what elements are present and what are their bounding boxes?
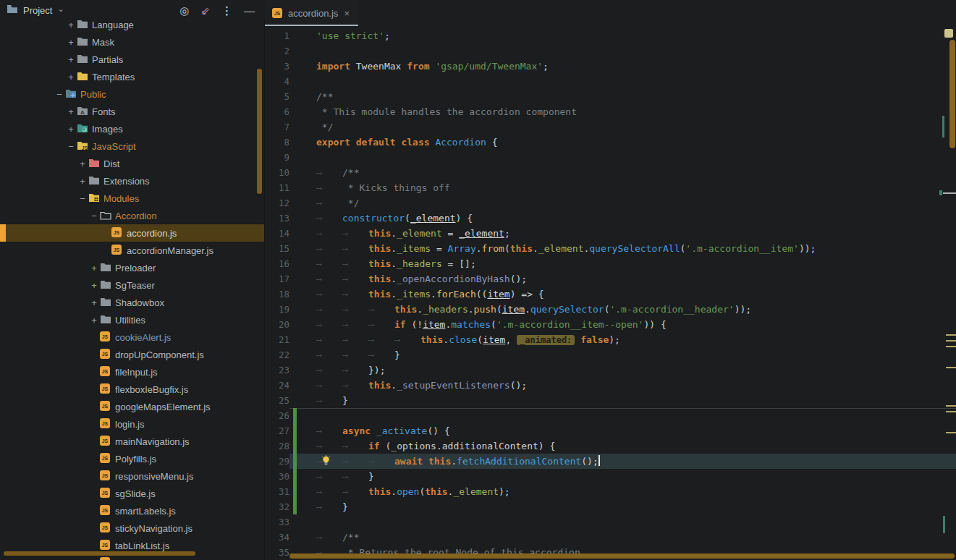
tree-item-mainnavigation-js[interactable]: JSmainNavigation.js xyxy=(0,433,265,450)
collapse-node-icon[interactable]: − xyxy=(65,141,77,152)
tab-accordion-js[interactable]: JS accordion.js × xyxy=(265,0,358,26)
code-line-15[interactable]: 15⟶⟶this._items = Array.from(this._eleme… xyxy=(265,241,956,256)
tree-item-shadowbox[interactable]: +Shadowbox xyxy=(0,294,265,311)
code-line-24[interactable]: 24⟶⟶this._setupEventListeners(); xyxy=(265,378,956,393)
code-line-17[interactable]: 17⟶⟶this._openAccordionByHash(); xyxy=(265,271,956,287)
code-token: = []; xyxy=(442,258,476,269)
tree-item-stickynavigation-js[interactable]: JSstickyNavigation.js xyxy=(0,519,265,537)
code-line-14[interactable]: 14⟶⟶this._element = _element; xyxy=(265,226,956,241)
collapse-node-icon[interactable]: − xyxy=(88,211,100,221)
editor-vertical-scrollbar[interactable] xyxy=(949,40,955,148)
code-line-34[interactable]: 34⟶/** xyxy=(265,530,956,545)
tree-horizontal-scrollbar[interactable] xyxy=(4,551,195,556)
code-line-1[interactable]: 1'use strict'; xyxy=(265,28,956,43)
panel-title[interactable]: Project xyxy=(23,5,52,16)
tree-item-public[interactable]: −Public xyxy=(0,85,265,103)
code-line-6[interactable]: 6 * This module handles the accordion co… xyxy=(265,104,956,119)
expand-icon[interactable]: + xyxy=(65,106,77,117)
code-line-11[interactable]: 11⟶ * Kicks things off xyxy=(265,180,956,195)
hide-panel-icon[interactable]: — xyxy=(244,5,255,16)
chevron-down-icon[interactable]: ⌄ xyxy=(57,4,64,14)
tree-item-fileinput-js[interactable]: JSfileInput.js xyxy=(0,363,265,381)
code-line-7[interactable]: 7 */ xyxy=(265,119,956,135)
code-line-12[interactable]: 12⟶ */ xyxy=(265,195,956,211)
tree-item-dropupcomponent-js[interactable]: JSdropUpComponent.js xyxy=(0,346,265,363)
inspections-status-square[interactable] xyxy=(944,29,953,38)
expand-icon[interactable]: + xyxy=(77,158,88,169)
tree-item-images[interactable]: +Images xyxy=(0,120,265,137)
expand-icon[interactable]: + xyxy=(88,280,100,291)
code-token: 'gsap/umd/TweenMax' xyxy=(435,61,543,72)
code-line-9[interactable]: 9 xyxy=(265,150,956,165)
code-line-21[interactable]: 21⟶⟶⟶⟶this.close(item, _animated: false)… xyxy=(265,332,956,347)
tree-item-partials[interactable]: +Partials xyxy=(0,51,265,68)
tree-item-sgteaser[interactable]: +SgTeaser xyxy=(0,276,265,294)
expand-icon[interactable]: + xyxy=(65,124,77,135)
expand-icon[interactable]: + xyxy=(88,315,100,326)
code-line-27[interactable]: 27⟶async _activate() { xyxy=(265,423,956,438)
tree-item-modules[interactable]: −Modules xyxy=(0,190,265,207)
more-options-icon[interactable]: ⋮ xyxy=(221,5,232,16)
locate-target-icon[interactable]: ◎ xyxy=(179,5,189,16)
collapse-node-icon[interactable]: − xyxy=(54,89,65,100)
code-line-23[interactable]: 23⟶⟶}); xyxy=(265,362,956,378)
code-line-29[interactable]: 29⟶⟶⟶await this.fetchAdditionalContent()… xyxy=(265,454,956,469)
tree-item-googlemapselement-js[interactable]: JSgoogleMapsElement.js xyxy=(0,398,265,415)
tree-item-smartlabels-js[interactable]: JSsmartLabels.js xyxy=(0,502,265,519)
tree-item-accordionmanager-js[interactable]: JSaccordionManager.js xyxy=(0,242,265,259)
code-editor[interactable]: 1'use strict';23import TweenMax from 'gs… xyxy=(265,26,956,560)
code-line-20[interactable]: 20⟶⟶⟶if (!item.matches('.m-accordion__it… xyxy=(265,317,956,332)
tree-item-label: Utilities xyxy=(115,315,145,326)
code-line-33[interactable]: 33 xyxy=(265,514,956,530)
expand-icon[interactable]: + xyxy=(77,176,88,187)
panel-divider[interactable] xyxy=(264,0,265,560)
tree-item-javascript[interactable]: −JSJavaScript xyxy=(0,137,265,155)
code-line-31[interactable]: 31⟶⟶this.open(this._element); xyxy=(265,484,956,499)
tree-item-polyfills-js[interactable]: JSPolyfills.js xyxy=(0,450,265,467)
expand-icon[interactable]: + xyxy=(88,297,100,308)
expand-icon[interactable]: + xyxy=(65,37,77,48)
code-token: /** xyxy=(316,91,333,102)
code-line-4[interactable]: 4 xyxy=(265,74,956,89)
tree-item-fonts[interactable]: +AFonts xyxy=(0,103,265,120)
code-line-30[interactable]: 30⟶⟶} xyxy=(265,469,956,484)
expand-icon[interactable]: + xyxy=(65,72,77,82)
code-line-22[interactable]: 22⟶⟶⟶} xyxy=(265,347,956,362)
tree-item-dist[interactable]: +Dist xyxy=(0,155,265,172)
editor-horizontal-scrollbar[interactable] xyxy=(289,553,955,559)
intention-lightbulb-icon[interactable] xyxy=(321,455,331,469)
code-line-18[interactable]: 18⟶⟶this._items.forEach((item) => { xyxy=(265,287,956,302)
code-line-16[interactable]: 16⟶⟶this._headers = []; xyxy=(265,256,956,271)
code-line-28[interactable]: 28⟶⟶if (_options.additionalContent) { xyxy=(265,438,956,454)
tree-item-accordion-js[interactable]: JSaccordion.js xyxy=(0,224,265,242)
code-line-10[interactable]: 10⟶/** xyxy=(265,165,956,180)
tree-item-flexboxiebugfix-js[interactable]: JSflexboxIeBugfix.js xyxy=(0,381,265,398)
code-line-26[interactable]: 26 xyxy=(265,408,956,423)
code-line-8[interactable]: 8export default class Accordion { xyxy=(265,135,956,150)
collapse-icon[interactable]: ⇙ xyxy=(200,5,210,16)
expand-icon[interactable]: + xyxy=(88,263,100,273)
tree-item-sgslide-js[interactable]: JSsgSlide.js xyxy=(0,485,265,502)
tree-vertical-scrollbar[interactable] xyxy=(257,69,262,194)
code-line-5[interactable]: 5/** xyxy=(265,89,956,104)
code-line-32[interactable]: 32⟶} xyxy=(265,499,956,514)
tree-item-preloader[interactable]: +Preloader xyxy=(0,259,265,276)
code-line-13[interactable]: 13⟶constructor(_element) { xyxy=(265,211,956,226)
expand-icon[interactable]: + xyxy=(65,54,77,65)
expand-icon[interactable]: + xyxy=(65,20,77,30)
tree-item-responsivemenu-js[interactable]: JSresponsiveMenu.js xyxy=(0,467,265,485)
tree-item-mask[interactable]: +Mask xyxy=(0,33,265,51)
collapse-node-icon[interactable]: − xyxy=(77,193,88,204)
tree-item-cookiealert-js[interactable]: JScookieAlert.js xyxy=(0,328,265,346)
tree-item-label: sgSlide.js xyxy=(115,488,156,499)
tree-item-accordion[interactable]: −Accordion xyxy=(0,207,265,224)
code-line-3[interactable]: 3import TweenMax from 'gsap/umd/TweenMax… xyxy=(265,59,956,74)
tree-item-utilities[interactable]: +Utilities xyxy=(0,311,265,328)
code-line-19[interactable]: 19⟶⟶⟶this._headers.push(item.querySelect… xyxy=(265,302,956,317)
code-line-25[interactable]: 25⟶} xyxy=(265,393,956,408)
tree-item-login-js[interactable]: JSlogin.js xyxy=(0,415,265,433)
tree-item-extensions[interactable]: +Extensions xyxy=(0,172,265,190)
tree-item-templates[interactable]: +Templates xyxy=(0,68,265,85)
code-line-2[interactable]: 2 xyxy=(265,43,956,59)
close-tab-icon[interactable]: × xyxy=(344,8,350,19)
